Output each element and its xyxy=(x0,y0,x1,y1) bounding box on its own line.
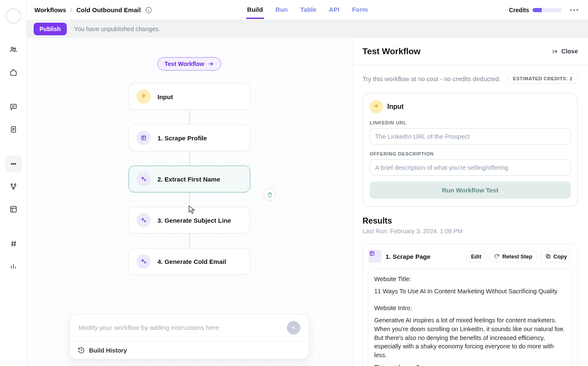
svg-rect-2 xyxy=(10,104,16,108)
sparkle-icon xyxy=(136,213,151,227)
close-label: Close xyxy=(562,48,578,55)
credits-bar xyxy=(533,8,562,12)
node-label: 1. Scrape Profile xyxy=(158,134,207,142)
delete-node-button[interactable] xyxy=(263,188,276,201)
svg-point-6 xyxy=(14,163,16,165)
linkedin-url-input[interactable] xyxy=(370,128,571,145)
node-label: 3. Generate Subject Line xyxy=(158,217,231,224)
node-extract-name[interactable]: 2. Extract First Name xyxy=(129,166,250,192)
svg-point-4 xyxy=(11,163,12,165)
result-body: Website Title: 11 Ways To Use AI In Cont… xyxy=(368,269,572,366)
node-scrape-profile[interactable]: 1. Scrape Profile xyxy=(129,124,250,151)
close-button[interactable]: Close xyxy=(552,48,578,55)
nav-branch-icon[interactable] xyxy=(5,178,22,195)
breadcrumb-current[interactable]: Cold Outbound Email xyxy=(76,6,141,13)
more-menu-icon[interactable] xyxy=(568,4,580,16)
nav-home-icon[interactable] xyxy=(5,64,22,81)
panel-hint: Try this workflow at no cost - no credit… xyxy=(362,75,501,82)
nav-doc-icon[interactable] xyxy=(5,121,22,138)
node-label: 4. Generate Cold Email xyxy=(158,258,226,265)
tab-build[interactable]: Build xyxy=(246,1,264,19)
svg-point-9 xyxy=(13,188,14,189)
svg-point-5 xyxy=(13,163,14,165)
node-generate-subject[interactable]: 3. Generate Subject Line xyxy=(129,207,250,234)
flow-nodes: Input 1. Scrape Profile 2. Extract First… xyxy=(129,83,250,275)
spark-icon xyxy=(370,100,383,113)
breadcrumb: Workflows / Cold Outbound Email xyxy=(34,6,152,14)
nav-people-icon[interactable] xyxy=(5,41,22,58)
info-icon[interactable] xyxy=(145,6,152,14)
nav-hash-icon[interactable] xyxy=(5,235,22,252)
nav-chat-icon[interactable] xyxy=(5,98,22,115)
node-label: 2. Extract First Name xyxy=(158,176,220,183)
svg-point-14 xyxy=(576,9,578,11)
send-button[interactable] xyxy=(287,321,300,334)
input-card: Input LINKEDIN URL OFFERING DESCRIPTION … xyxy=(362,93,578,207)
grid-icon xyxy=(136,131,151,145)
avatar[interactable] xyxy=(6,8,21,24)
publish-button[interactable]: Publish xyxy=(34,23,67,35)
nav-layout-icon[interactable] xyxy=(5,201,22,218)
node-generate-email[interactable]: 4. Generate Cold Email xyxy=(129,248,250,275)
sparkle-icon xyxy=(136,172,151,186)
tab-table[interactable]: Table xyxy=(299,1,317,19)
workflow-canvas[interactable]: Test Workflow Input 1. Scrape Profile 2.… xyxy=(27,38,352,366)
build-history-button[interactable]: Build History xyxy=(70,341,309,359)
run-workflow-test-button[interactable]: Run Workflow Test xyxy=(370,182,571,199)
offering-input[interactable] xyxy=(370,159,571,176)
svg-rect-17 xyxy=(547,255,550,258)
tab-run[interactable]: Run xyxy=(275,1,289,19)
retest-step-button[interactable]: Retest Step xyxy=(489,251,537,262)
sparkle-icon xyxy=(136,254,151,269)
svg-point-7 xyxy=(11,184,12,185)
node-input[interactable]: Input xyxy=(129,83,250,110)
result-card: 1. Scrape Page Edit Retest Step Copy Web… xyxy=(362,244,578,366)
view-tabs: Build Run Table API Form xyxy=(246,1,368,19)
publish-bar: Publish You have unpublished changes. xyxy=(27,20,588,38)
nav-chart-icon[interactable] xyxy=(5,258,22,275)
breadcrumb-sep: / xyxy=(71,6,72,13)
svg-point-13 xyxy=(573,9,575,11)
result-step-title: 1. Scrape Page xyxy=(386,253,430,260)
spark-icon xyxy=(136,90,151,104)
estimated-credits-chip: ESTIMATED CREDITS: 2 xyxy=(507,74,578,84)
svg-rect-15 xyxy=(142,136,145,140)
build-history-label: Build History xyxy=(89,347,127,354)
field-label-offering: OFFERING DESCRIPTION xyxy=(370,151,571,156)
edit-step-button[interactable]: Edit xyxy=(466,251,486,262)
test-panel: Test Workflow Close Try this workflow at… xyxy=(352,38,588,366)
svg-point-0 xyxy=(11,47,13,49)
copy-step-button[interactable]: Copy xyxy=(541,251,572,262)
results-header: Results xyxy=(362,216,578,226)
field-label-linkedin: LINKEDIN URL xyxy=(370,120,571,125)
input-card-title: Input xyxy=(387,103,404,111)
credits-label: Credits xyxy=(509,7,529,13)
svg-point-1 xyxy=(14,48,16,50)
instruction-sheet: Modify your workflow by adding instructi… xyxy=(70,314,309,359)
results-last-run: Last Run: February 3, 2024, 1:08 PM xyxy=(362,228,578,234)
test-workflow-pill[interactable]: Test Workflow xyxy=(158,57,221,71)
nav-workflow-icon[interactable] xyxy=(5,155,22,172)
grid-icon xyxy=(369,250,381,263)
instruction-input[interactable]: Modify your workflow by adding instructi… xyxy=(79,324,219,332)
left-rail xyxy=(0,0,27,366)
test-workflow-label: Test Workflow xyxy=(165,61,204,67)
tab-form[interactable]: Form xyxy=(351,1,369,19)
svg-point-12 xyxy=(570,9,572,11)
breadcrumb-root[interactable]: Workflows xyxy=(34,6,66,13)
svg-rect-16 xyxy=(370,251,374,255)
panel-title: Test Workflow xyxy=(362,46,420,56)
unsaved-text: You have unpublished changes. xyxy=(74,26,160,32)
svg-rect-18 xyxy=(546,254,549,257)
top-bar: Workflows / Cold Outbound Email Build Ru… xyxy=(27,0,588,20)
credits-indicator[interactable]: Credits xyxy=(509,7,562,13)
node-label: Input xyxy=(158,93,173,100)
svg-point-8 xyxy=(14,184,16,185)
svg-rect-10 xyxy=(10,206,16,212)
tab-api[interactable]: API xyxy=(328,1,340,19)
